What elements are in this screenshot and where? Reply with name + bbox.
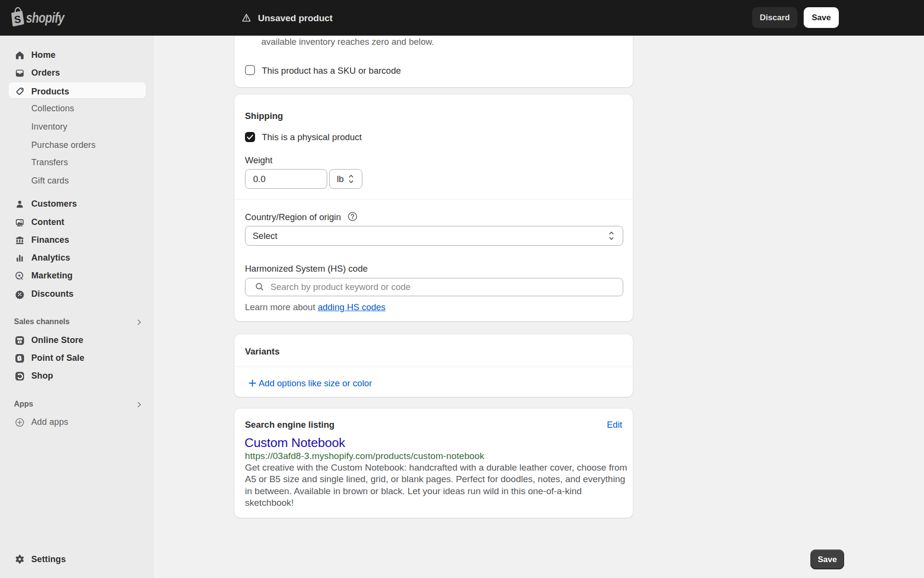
svg-text:S: S xyxy=(13,13,21,25)
svg-text:shopify: shopify xyxy=(26,10,65,26)
